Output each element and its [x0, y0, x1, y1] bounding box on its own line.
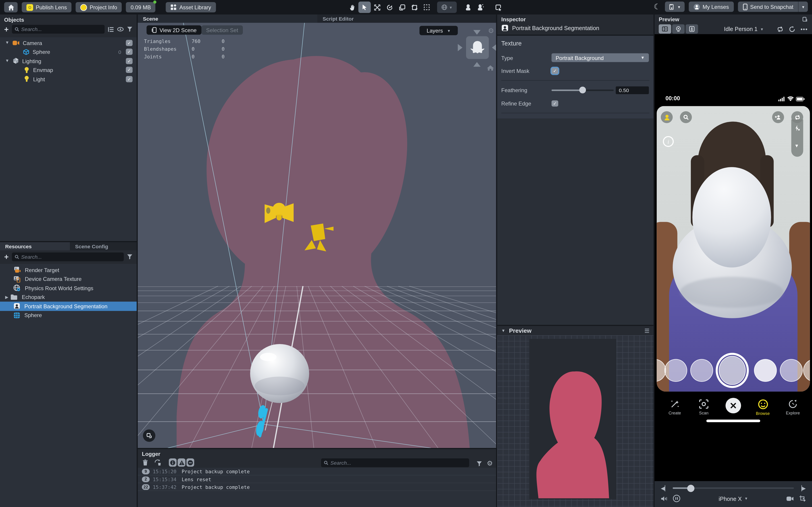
viewport-layout-button[interactable]	[143, 429, 155, 442]
resources-search-input[interactable]	[21, 254, 121, 260]
step-forward-icon[interactable]: ▕▶	[798, 485, 806, 491]
tree-row-envmap[interactable]: Envmap ✓	[0, 65, 137, 74]
chevron-right-icon[interactable]: ▶	[5, 295, 8, 299]
logger-search[interactable]	[321, 458, 469, 467]
gizmo-arrow-left[interactable]	[458, 44, 463, 51]
feathering-slider-handle[interactable]	[579, 87, 586, 94]
resource-echopark-folder[interactable]: ▶ Echopark	[0, 293, 137, 302]
panel-menu-icon[interactable]: ☰	[645, 328, 650, 334]
lens-info-button[interactable]: i	[663, 136, 674, 147]
image-media-mode-button[interactable]	[686, 24, 698, 34]
rotate-tool[interactable]	[383, 2, 396, 13]
detach-panel-icon[interactable]	[802, 16, 808, 22]
flash-off-icon[interactable]	[794, 125, 801, 131]
project-size-button[interactable]: 0.09 MB	[126, 2, 156, 12]
chevron-down-icon[interactable]: ▼	[5, 59, 9, 63]
log-entry[interactable]: 9 15:15:20 Project backup complete	[138, 468, 496, 475]
objects-search[interactable]	[12, 25, 105, 34]
device-dropdown[interactable]: iPhone X ▼	[719, 496, 748, 502]
auto-clear-log-icon[interactable]	[154, 459, 161, 466]
layers-dropdown[interactable]: Layers ▼	[419, 26, 458, 35]
divider[interactable]	[496, 14, 497, 507]
nav-explore[interactable]: Explore	[782, 399, 803, 415]
side-bust-view-button[interactable]	[474, 2, 487, 13]
simulation-mode-button[interactable]	[659, 24, 671, 34]
resource-device-camera-texture[interactable]: Device Camera Texture	[0, 275, 137, 284]
timeline-slider[interactable]	[673, 487, 794, 489]
device-preview-dropdown[interactable]: ▼	[665, 2, 684, 12]
lens-carousel-selected[interactable]	[716, 353, 749, 388]
chevron-down-icon[interactable]: ▼	[5, 41, 9, 45]
home-view-icon[interactable]	[486, 64, 495, 73]
publish-lens-button[interactable]: ☺ Publish Lens	[22, 2, 71, 12]
gizmo-arrow-down[interactable]	[473, 62, 480, 67]
log-entry[interactable]: 22 15:37:42 Project backup complete	[138, 483, 496, 491]
expand-tree-icon[interactable]	[108, 26, 114, 32]
webcam-mode-button[interactable]	[672, 24, 685, 34]
profile-avatar-button[interactable]	[661, 111, 673, 123]
visibility-checkbox[interactable]: ✓	[126, 49, 133, 55]
screenshot-crop-icon[interactable]	[799, 495, 806, 502]
resources-search[interactable]	[12, 252, 124, 261]
timeline-handle[interactable]	[688, 485, 695, 492]
multi-move-tool[interactable]	[420, 2, 433, 13]
project-info-button[interactable]: Project Info	[76, 2, 122, 12]
nav-browse[interactable]: Browse	[753, 399, 773, 416]
snapchat-ghost-gizmo[interactable]	[466, 36, 489, 59]
viewport-settings-gear-icon[interactable]: ⚙	[488, 27, 494, 35]
tab-resources[interactable]: Resources	[0, 242, 70, 250]
envmap-light-gizmo[interactable]	[265, 203, 294, 223]
add-object-button[interactable]: +	[4, 25, 9, 33]
home-indicator[interactable]	[706, 419, 760, 422]
flip-camera-icon[interactable]	[777, 25, 784, 33]
lens-carousel-item[interactable]	[664, 359, 688, 382]
coordinate-space-dropdown[interactable]: ▼	[437, 2, 457, 13]
send-to-snapchat-button[interactable]: Send to Snapchat	[738, 2, 798, 12]
gizmo-arrow-right[interactable]	[492, 44, 496, 51]
home-button[interactable]	[4, 2, 17, 12]
log-filter-icon[interactable]	[476, 461, 482, 467]
refine-edge-checkbox[interactable]: ✓	[551, 100, 558, 106]
lens-carousel-item[interactable]	[754, 359, 777, 382]
resource-render-target[interactable]: Render Target	[0, 266, 137, 275]
objects-search-input[interactable]	[21, 26, 102, 32]
visibility-checkbox[interactable]: ✓	[126, 40, 133, 46]
more-options-icon[interactable]: •••	[801, 26, 808, 32]
tree-row-sphere[interactable]: Sphere 0 ✓	[0, 47, 137, 56]
selection-set-button[interactable]: Selection Set	[201, 25, 243, 35]
rect-transform-tool[interactable]	[408, 2, 420, 13]
feathering-slider[interactable]	[551, 89, 614, 91]
persona-dropdown[interactable]: Idle Person 1 ▼	[724, 26, 764, 32]
resource-physics-root[interactable]: Physics Root World Settings	[0, 284, 137, 293]
move-tool[interactable]	[396, 2, 408, 13]
tree-row-light[interactable]: Light ✓	[0, 74, 137, 83]
resource-sphere[interactable]: Sphere	[0, 311, 137, 320]
visibility-checkbox[interactable]: ✓	[126, 58, 133, 64]
dark-mode-icon[interactable]: ☾	[654, 2, 661, 11]
log-warning-toggle[interactable]	[177, 458, 185, 467]
lens-carousel-item[interactable]	[690, 359, 713, 382]
nav-scan[interactable]: Scan	[694, 399, 714, 415]
asset-library-button[interactable]: Asset Library	[166, 2, 216, 12]
view-2d-scene-button[interactable]: View 2D Scene	[147, 25, 201, 35]
select-tool[interactable]	[358, 2, 371, 13]
search-bubble-button[interactable]	[680, 111, 692, 123]
invert-mask-checkbox[interactable]: ✓	[551, 68, 558, 74]
feathering-value-field[interactable]: 0.50	[616, 86, 649, 94]
chevron-down-icon[interactable]: ▼	[794, 143, 799, 149]
tree-row-camera[interactable]: ▼ Camera ✓	[0, 38, 137, 47]
tab-scene-config[interactable]: Scene Config	[70, 242, 137, 250]
record-video-icon[interactable]	[786, 496, 794, 502]
my-lenses-button[interactable]: My Lenses	[689, 2, 733, 12]
pause-icon[interactable]	[673, 495, 680, 502]
texture-preview-header[interactable]: ▼ Preview ☰	[497, 325, 653, 335]
divider[interactable]	[654, 14, 655, 507]
logger-search-input[interactable]	[330, 460, 466, 465]
pan-hand-tool[interactable]	[346, 2, 358, 13]
scale-tool[interactable]	[371, 2, 383, 13]
marquee-select-button[interactable]	[492, 2, 504, 13]
log-error-toggle[interactable]	[187, 458, 194, 467]
visibility-checkbox[interactable]: ✓	[126, 76, 133, 82]
divider[interactable]	[137, 14, 138, 507]
clear-log-trash-icon[interactable]	[142, 459, 149, 466]
